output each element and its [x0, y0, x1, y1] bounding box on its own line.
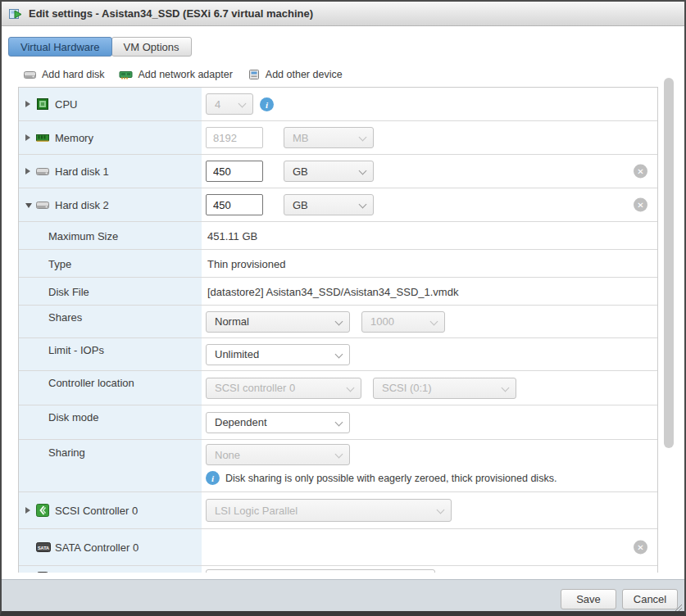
hard-disk-1-label: Hard disk 1	[55, 165, 109, 178]
table-row-sharing: Sharing None i Disk sharing is only poss…	[19, 440, 657, 492]
add-hard-disk-button[interactable]: Add hard disk	[23, 68, 104, 81]
add-other-device-label: Add other device	[266, 69, 343, 80]
chevron-down-icon	[335, 350, 343, 358]
sharing-info-icon: i	[206, 471, 220, 485]
expander-icon[interactable]	[25, 101, 30, 107]
type-value: Thin provisioned	[207, 257, 285, 270]
add-other-device-button[interactable]: Add other device	[248, 68, 343, 81]
hard-disk-2-unit-select[interactable]: GB	[284, 194, 374, 215]
hard-disk-2-label: Hard disk 2	[55, 199, 109, 211]
remove-sata-controller-icon[interactable]: ✕	[634, 541, 647, 555]
maximum-size-value: 451.11 GB	[207, 229, 257, 242]
table-row-memory: Memory MB	[19, 121, 657, 155]
table-row-shares: Shares Normal 1000	[19, 306, 657, 338]
table-row-maximum-size: Maximum Size 451.11 GB	[19, 222, 657, 250]
cpu-info-icon[interactable]: i	[260, 97, 274, 111]
edit-settings-dialog: Edit settings - Asistan34_SSD (ESXi 6.7 …	[0, 0, 686, 616]
chevron-down-icon	[335, 317, 343, 325]
shares-label: Shares	[48, 311, 82, 324]
chevron-down-icon	[502, 383, 510, 392]
expander-icon[interactable]	[25, 203, 32, 208]
network-adapter-icon	[119, 68, 133, 81]
table-row-limit-iops: Limit - IOPs Unlimited	[19, 338, 657, 371]
cpu-label: CPU	[55, 98, 77, 111]
add-hard-disk-label: Add hard disk	[42, 69, 104, 80]
chevron-down-icon	[359, 201, 367, 209]
chevron-down-icon	[437, 506, 445, 514]
table-row-type: Type Thin provisioned	[19, 250, 657, 278]
shares-select[interactable]: Normal	[206, 311, 350, 333]
chevron-down-icon	[359, 134, 367, 142]
scsi-controller-icon	[36, 504, 49, 517]
hard-disk-2-size-input[interactable]	[206, 194, 263, 215]
sata-controller-icon: SATA	[36, 541, 51, 554]
save-button[interactable]: Save	[561, 589, 616, 609]
add-device-toolbar: Add hard disk Add network adapter Add ot…	[23, 68, 357, 81]
sata-controller-label: SATA Controller 0	[55, 541, 139, 554]
dialog-footer: Save Cancel	[2, 579, 684, 613]
disk-file-value: [datastore2] Asistan34_SSD/Asistan34_SSD…	[207, 285, 458, 297]
hard-disk-1-size-input[interactable]	[206, 161, 263, 182]
expander-icon[interactable]	[25, 507, 30, 514]
sharing-label: Sharing	[48, 446, 85, 459]
type-label: Type	[48, 257, 71, 270]
chevron-down-icon	[335, 418, 343, 426]
hard-disk-1-unit-select[interactable]: GB	[284, 161, 374, 182]
resize-handle-icon[interactable]	[675, 604, 682, 611]
table-row-sata-controller: SATA SATA Controller 0 ✕	[19, 529, 657, 566]
expander-icon[interactable]	[25, 168, 30, 174]
vm-edit-icon	[9, 7, 23, 20]
chevron-down-icon	[239, 100, 247, 108]
tab-vm-options[interactable]: VM Options	[111, 37, 192, 57]
tab-bar: Virtual Hardware VM Options	[8, 37, 192, 57]
memory-size-input[interactable]	[206, 127, 263, 148]
memory-label: Memory	[55, 132, 93, 144]
controller-select[interactable]: SCSI controller 0	[206, 378, 361, 399]
controller-slot-select[interactable]: SCSI (0:1)	[373, 378, 516, 399]
table-row-cpu: CPU 4 i	[19, 88, 657, 121]
disk-mode-label: Disk mode	[48, 411, 98, 424]
table-row-scsi-controller: SCSI Controller 0 LSI Logic Parallel	[19, 492, 657, 529]
chevron-down-icon	[347, 383, 355, 392]
table-row-usb-controller: USB controller 1	[19, 566, 657, 573]
table-row-controller-location: Controller location SCSI controller 0 SC…	[19, 371, 657, 405]
chevron-down-icon	[359, 167, 367, 175]
remove-hard-disk-1-icon[interactable]: ✕	[634, 165, 647, 179]
hard-disk-icon	[36, 165, 49, 178]
other-device-icon	[248, 68, 261, 81]
shares-value-select[interactable]: 1000	[361, 311, 445, 333]
disk-file-label: Disk File	[48, 285, 89, 297]
chevron-down-icon	[335, 451, 343, 459]
vertical-scrollbar[interactable]	[664, 78, 674, 448]
usb-type-select[interactable]	[206, 569, 435, 573]
limit-iops-select[interactable]: Unlimited	[206, 344, 350, 365]
usb-controller-icon	[36, 571, 49, 573]
maximum-size-label: Maximum Size	[48, 229, 118, 242]
scsi-controller-label: SCSI Controller 0	[55, 505, 138, 517]
dialog-title: Edit settings - Asistan34_SSD (ESXi 6.7 …	[29, 7, 313, 20]
tab-virtual-hardware[interactable]: Virtual Hardware	[8, 37, 112, 57]
dialog-titlebar: Edit settings - Asistan34_SSD (ESXi 6.7 …	[2, 2, 684, 26]
table-row-hard-disk-1: Hard disk 1 GB ✕	[19, 155, 657, 188]
hard-disk-icon	[23, 68, 37, 81]
hard-disk-icon	[36, 198, 49, 211]
memory-unit-select[interactable]: MB	[284, 127, 374, 148]
add-network-adapter-label: Add network adapter	[138, 69, 232, 80]
sharing-select[interactable]: None	[206, 444, 350, 465]
sharing-note: Disk sharing is only possible with eager…	[225, 473, 557, 484]
svg-text:SATA: SATA	[38, 546, 49, 550]
cpu-icon	[36, 97, 49, 111]
table-row-disk-mode: Disk mode Dependent	[19, 405, 657, 440]
scsi-type-select[interactable]: LSI Logic Parallel	[206, 499, 452, 522]
hardware-table: CPU 4 i Memory	[18, 87, 658, 573]
usb-controller-label: USB controller 1	[55, 571, 133, 573]
expander-icon[interactable]	[25, 134, 30, 141]
cancel-button[interactable]: Cancel	[622, 589, 678, 609]
table-row-hard-disk-2: Hard disk 2 GB ✕	[19, 188, 657, 222]
cpu-count-select[interactable]: 4	[206, 93, 253, 115]
table-row-disk-file: Disk File [datastore2] Asistan34_SSD/Asi…	[19, 278, 657, 306]
limit-iops-label: Limit - IOPs	[48, 344, 104, 356]
remove-hard-disk-2-icon[interactable]: ✕	[634, 198, 647, 212]
add-network-adapter-button[interactable]: Add network adapter	[119, 68, 232, 81]
disk-mode-select[interactable]: Dependent	[206, 412, 350, 433]
